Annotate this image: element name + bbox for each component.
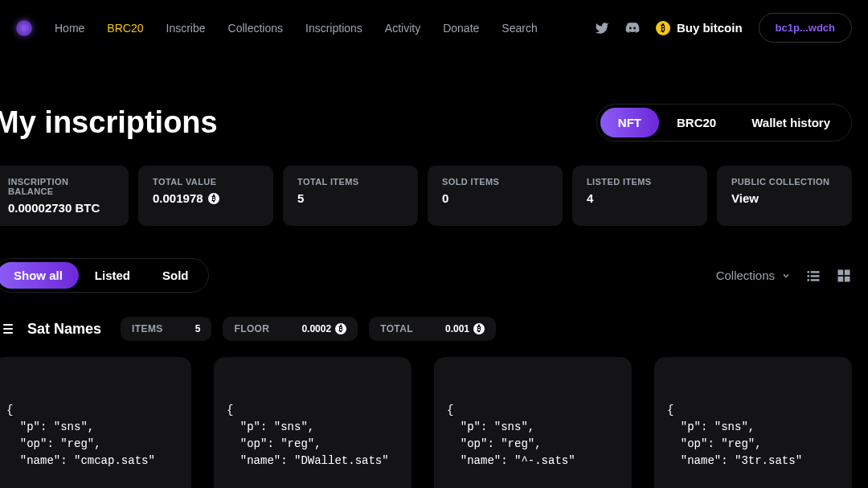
collection-items-stat: ITEMS 5 [121,317,211,341]
stat-value: 4 [587,191,693,205]
svg-rect-0 [808,271,810,273]
stat-value: 0.0002₿ [301,323,346,334]
buy-bitcoin-label: Buy bitcoin [677,21,743,35]
collection-name: Sat Names [27,321,101,338]
stat-value: 0.001₿ [445,323,485,334]
stat-total-items: TOTAL ITEMS 5 [283,166,418,226]
filter-sold[interactable]: Sold [146,262,205,289]
inscription-card[interactable]: { "p": "sns", "op": "reg", "name": "^-.s… [434,357,632,488]
stat-sold-items: SOLD ITEMS 0 [428,166,563,226]
nav-inscriptions[interactable]: Inscriptions [305,22,362,35]
twitter-icon[interactable] [595,21,609,35]
stat-label: LISTED ITEMS [587,177,693,187]
stat-label: TOTAL [380,323,413,334]
stat-label: INSCRIPTION BALANCE [8,177,114,196]
stat-value: 0.001978₿ [153,191,259,205]
inscription-card[interactable]: { "p": "sns", "op": "reg", "name": "DWal… [214,357,411,488]
svg-rect-7 [845,269,850,275]
app-logo[interactable] [16,20,32,36]
nav-activity[interactable]: Activity [385,22,420,35]
stat-listed-items: LISTED ITEMS 4 [572,166,707,226]
discord-icon[interactable] [625,21,640,35]
inscription-card[interactable]: { "p": "sns", "op": "reg", "name": "cmca… [0,357,191,488]
stat-label: ITEMS [132,323,163,334]
stat-value: 0.00002730 BTC [8,201,114,215]
filter-show-all[interactable]: Show all [0,262,79,289]
stat-label: TOTAL VALUE [153,177,259,187]
stat-value: 5 [297,191,403,205]
svg-rect-1 [811,271,820,273]
stat-value: 0 [442,191,548,205]
inscription-card[interactable]: { "p": "sns", "op": "reg", "name": "3tr.… [654,357,852,488]
stat-public-collection[interactable]: PUBLIC COLLECTION View [717,166,852,226]
nav-brc20[interactable]: BRC20 [107,22,143,35]
stat-label: FLOOR [234,323,269,334]
grid-view-icon[interactable] [836,268,852,284]
buy-bitcoin-button[interactable]: ₿ Buy bitcoin [656,21,743,35]
nav-home[interactable]: Home [55,22,84,35]
drag-handle-icon[interactable] [0,321,16,337]
bitcoin-icon: ₿ [656,21,670,35]
stats-row: INSCRIPTION BALANCE 0.00002730 BTC TOTAL… [0,166,868,258]
sort-dropdown[interactable]: Collections [716,269,791,282]
collection-floor-stat: FLOOR 0.0002₿ [223,317,358,341]
wallet-address-button[interactable]: bc1p...wdch [759,13,852,43]
view-tabs: NFT BRC20 Wallet history [596,104,852,141]
tab-nft[interactable]: NFT [600,108,659,137]
svg-rect-9 [845,276,850,281]
nav-collections[interactable]: Collections [228,22,283,35]
page-title: My inscriptions [0,105,218,140]
stat-label: TOTAL ITEMS [297,177,403,187]
svg-rect-4 [808,279,810,281]
stat-value: 5 [195,323,201,334]
nav-search[interactable]: Search [502,22,537,35]
chevron-down-icon [781,271,791,281]
sort-label: Collections [716,269,775,282]
bitcoin-icon: ₿ [473,323,485,334]
filter-listed[interactable]: Listed [79,262,146,289]
svg-rect-5 [811,279,820,281]
svg-rect-8 [838,276,844,281]
svg-rect-2 [808,275,810,277]
nav-inscribe[interactable]: Inscribe [166,22,206,35]
stat-inscription-balance: INSCRIPTION BALANCE 0.00002730 BTC [0,166,129,226]
stat-total-value: TOTAL VALUE 0.001978₿ [138,166,273,226]
nav-donate[interactable]: Donate [443,22,479,35]
bitcoin-icon: ₿ [208,193,219,204]
stat-label: PUBLIC COLLECTION [731,177,837,187]
filter-tabs: Show all Listed Sold [0,258,209,293]
stat-label: SOLD ITEMS [442,177,548,187]
tab-brc20[interactable]: BRC20 [659,108,734,137]
list-view-icon[interactable] [805,268,821,284]
svg-rect-3 [811,275,820,277]
tab-wallet-history[interactable]: Wallet history [734,108,848,137]
stat-value: View [731,191,837,205]
svg-rect-6 [838,269,844,275]
bitcoin-icon: ₿ [335,323,346,334]
collection-total-stat: TOTAL 0.001₿ [369,317,496,341]
